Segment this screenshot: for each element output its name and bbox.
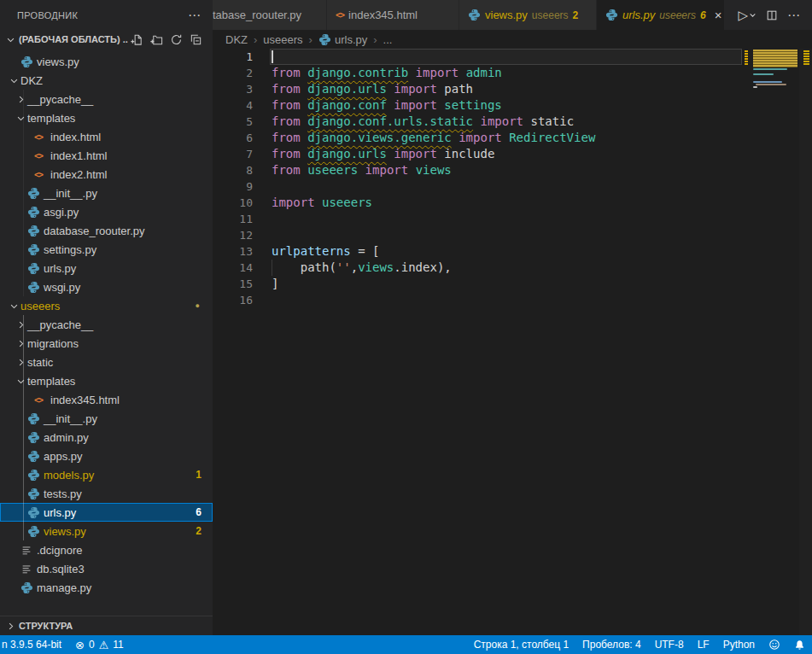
tree-item-wsgi-py[interactable]: wsgi.py: [0, 277, 213, 296]
breadcrumb-item-dkz[interactable]: DKZ: [225, 33, 248, 46]
tabs: tabase_roouter.py<>index345.htmlviews.py…: [213, 0, 725, 30]
python-file-icon: [27, 281, 44, 294]
split-editor-button[interactable]: [766, 9, 778, 21]
code-text: from django.conf import settings: [272, 97, 502, 114]
status-encoding[interactable]: UTF-8: [648, 635, 691, 654]
python-file-icon: [27, 469, 44, 482]
outline-section-header[interactable]: СТРУКТУРА: [0, 616, 213, 635]
new-folder-icon[interactable]: [149, 32, 163, 46]
more-actions-button[interactable]: ⋯: [787, 8, 800, 23]
tree-item--init-py[interactable]: __init__.py: [0, 409, 213, 428]
warning-count: 11: [113, 639, 123, 651]
tree-item--pycache-[interactable]: __pycache__: [0, 90, 213, 108]
code-line-12[interactable]: 12: [213, 227, 812, 243]
status-cursor-position[interactable]: Строка 1, столбец 1: [467, 635, 575, 654]
tree-item-apps-py[interactable]: apps.py: [0, 447, 213, 465]
tree-item-settings-py[interactable]: settings.py: [0, 240, 213, 259]
indent-guide: [23, 127, 24, 146]
tree-item-urls-py[interactable]: urls.py: [0, 259, 213, 277]
tree-item-views-py[interactable]: views.py: [0, 52, 213, 71]
tree-item--dcignore[interactable]: .dcignore: [0, 540, 213, 559]
tree-item--pycache-[interactable]: __pycache__: [0, 315, 213, 334]
code-line-1[interactable]: 1: [213, 49, 812, 65]
code-line-7[interactable]: 7from django.urls import include: [213, 146, 812, 162]
status-eol[interactable]: LF: [691, 635, 716, 654]
code-line-10[interactable]: 10import useeers: [213, 195, 812, 211]
code-line-16[interactable]: 16: [213, 292, 812, 308]
overview-ruler[interactable]: [799, 49, 812, 635]
tree-item-index-html[interactable]: <>index.html: [0, 127, 213, 146]
tree-item-database-roouter-py[interactable]: database_roouter.py: [0, 221, 213, 240]
code-line-15[interactable]: 15]: [213, 276, 812, 292]
code-editor[interactable]: 12from django.contrib import admin3from …: [213, 49, 812, 635]
breadcrumb-item-urls-py[interactable]: urls.py: [318, 33, 367, 46]
tree-item-urls-py[interactable]: urls.py6: [0, 503, 213, 522]
code-text: from django.views.generic import Redirec…: [272, 130, 595, 146]
tree-item-label: asgi.py: [44, 206, 79, 219]
tree-item-manage-py[interactable]: manage.py: [0, 578, 213, 597]
code-line-9[interactable]: 9: [213, 178, 812, 195]
close-icon[interactable]: ×: [715, 9, 722, 21]
tree-item-dkz[interactable]: DKZ: [0, 71, 213, 90]
tree-item-templates[interactable]: templates: [0, 108, 213, 127]
tree-item-label: views.py: [44, 525, 86, 538]
status-indentation[interactable]: Пробелов: 4: [575, 635, 648, 654]
explorer-more-actions-icon[interactable]: ⋯: [184, 7, 204, 23]
code-line-11[interactable]: 11: [213, 211, 812, 227]
tree-item-admin-py[interactable]: admin.py: [0, 428, 213, 447]
tab-views-py[interactable]: views.pyuseeers2: [459, 0, 597, 30]
indent-guide: [23, 221, 24, 240]
tree-item--init-py[interactable]: __init__.py: [0, 184, 213, 202]
tree-item-asgi-py[interactable]: asgi.py: [0, 202, 213, 221]
code-line-2[interactable]: 2from django.contrib import admin: [213, 65, 812, 81]
tree-item-migrations[interactable]: migrations: [0, 334, 213, 353]
line-number: 14: [213, 260, 272, 276]
new-file-icon[interactable]: [130, 32, 143, 46]
code-line-8[interactable]: 8from useeers import views: [213, 162, 812, 178]
tree-item-useeers[interactable]: useeers●: [0, 296, 213, 315]
tree-item-index1-html[interactable]: <>index1.html: [0, 146, 213, 165]
refresh-icon[interactable]: [169, 32, 183, 46]
code-line-3[interactable]: 3from django.urls import path: [213, 81, 812, 97]
code-line-5[interactable]: 5from django.conf.urls.static import sta…: [213, 114, 812, 130]
indent-guide: [23, 315, 24, 334]
code-text: from django.urls import path: [272, 81, 473, 97]
tab-tabase-roouter-py[interactable]: tabase_roouter.py: [213, 0, 327, 30]
tree-item-views-py[interactable]: views.py2: [0, 522, 213, 540]
text-cursor: [272, 50, 273, 63]
tree-item-db-sqlite3[interactable]: db.sqlite3: [0, 559, 213, 578]
code-text: from django.conf.urls.static import stat…: [272, 114, 574, 130]
tab-index345-html[interactable]: <>index345.html: [327, 0, 459, 30]
explorer-title: ПРОВОДНИК: [17, 10, 78, 20]
line-number: 10: [213, 195, 272, 211]
tree-item-models-py[interactable]: models.py1: [0, 465, 213, 484]
workspace-section-header[interactable]: (РАБОЧАЯ ОБЛАСТЬ) ...: [0, 30, 213, 49]
code-line-6[interactable]: 6from django.views.generic import Redire…: [213, 130, 812, 146]
tree-item-index2-html[interactable]: <>index2.html: [0, 165, 213, 184]
minimap[interactable]: [745, 49, 798, 635]
code-text: import useeers: [272, 195, 372, 211]
breadcrumb-item--[interactable]: ...: [383, 33, 393, 46]
tree-item-templates[interactable]: templates: [0, 371, 213, 390]
status-python-version[interactable]: n 3.9.5 64-bit: [0, 635, 68, 654]
tree-item-static[interactable]: static: [0, 353, 213, 371]
status-feedback[interactable]: [762, 635, 787, 654]
code-line-4[interactable]: 4from django.conf import settings: [213, 97, 812, 114]
status-notifications[interactable]: [787, 635, 812, 654]
minimap-code-bar: [753, 86, 757, 88]
status-language-mode[interactable]: Python: [716, 635, 762, 654]
indent-guide: [23, 90, 24, 108]
collapse-all-icon[interactable]: [189, 32, 202, 46]
tree-item-index345-html[interactable]: <>index345.html: [0, 390, 213, 409]
status-problems[interactable]: ⊗0⚠11: [68, 635, 131, 654]
tree-item-tests-py[interactable]: tests.py: [0, 484, 213, 503]
indent-guide: [23, 202, 24, 221]
tree-item-label: settings.py: [44, 243, 96, 256]
code-line-13[interactable]: 13urlpatterns = [: [213, 243, 812, 260]
tab-urls-py[interactable]: urls.pyuseeers6×: [597, 0, 725, 30]
breadcrumb-item-useeers[interactable]: useeers: [263, 33, 302, 46]
python-file-icon: [468, 9, 481, 21]
tree-item-label: templates: [27, 112, 75, 125]
code-line-14[interactable]: 14 path('',views.index),: [213, 260, 812, 276]
run-button[interactable]: ▷: [738, 8, 757, 23]
